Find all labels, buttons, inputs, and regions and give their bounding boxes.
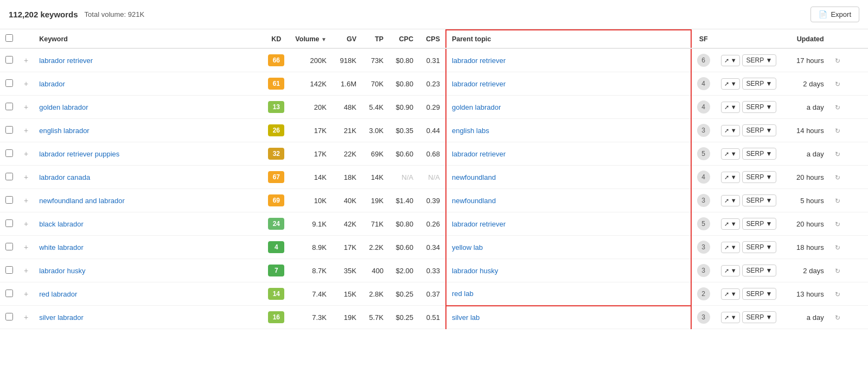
- refresh-icon[interactable]: ↻: [835, 221, 840, 228]
- row-checkbox[interactable]: [5, 79, 13, 87]
- add-keyword-icon[interactable]: +: [24, 103, 28, 111]
- serp-button[interactable]: SERP ▼: [742, 148, 777, 160]
- parent-topic-link[interactable]: yellow lab: [452, 243, 483, 251]
- trend-button[interactable]: ➚ ▼: [721, 312, 740, 323]
- keyword-link[interactable]: silver labrador: [39, 313, 84, 322]
- keyword-link[interactable]: red labrador: [39, 290, 77, 298]
- refresh-icon[interactable]: ↻: [835, 197, 840, 205]
- row-add-cell: +: [18, 48, 34, 72]
- add-keyword-icon[interactable]: +: [24, 56, 28, 65]
- refresh-icon[interactable]: ↻: [835, 150, 840, 158]
- refresh-icon[interactable]: ↻: [835, 174, 840, 181]
- serp-button[interactable]: SERP ▼: [742, 171, 777, 183]
- keyword-link[interactable]: english labrador: [39, 127, 90, 135]
- serp-button[interactable]: SERP ▼: [742, 311, 777, 323]
- refresh-icon[interactable]: ↻: [835, 267, 840, 275]
- parent-topic-link[interactable]: newfoundland: [452, 173, 496, 181]
- keyword-link[interactable]: white labrador: [39, 243, 84, 251]
- refresh-icon[interactable]: ↻: [835, 244, 840, 251]
- volume-cell: 200K: [290, 48, 332, 72]
- serp-button[interactable]: SERP ▼: [742, 124, 777, 136]
- row-checkbox[interactable]: [5, 313, 13, 320]
- parent-topic-link[interactable]: newfoundland: [452, 197, 496, 205]
- serp-button[interactable]: SERP ▼: [742, 241, 777, 253]
- serp-button[interactable]: SERP ▼: [742, 194, 777, 206]
- row-checkbox[interactable]: [5, 196, 13, 204]
- row-checkbox[interactable]: [5, 173, 13, 180]
- parent-topic-link[interactable]: red lab: [452, 290, 474, 298]
- trend-button[interactable]: ➚ ▼: [721, 218, 740, 230]
- cps-cell: 0.51: [419, 306, 446, 329]
- trend-button[interactable]: ➚ ▼: [721, 125, 740, 136]
- row-checkbox[interactable]: [5, 126, 13, 134]
- export-button[interactable]: 📄 Export: [810, 7, 859, 22]
- keyword-link[interactable]: labrador retriever puppies: [39, 150, 119, 158]
- keyword-link[interactable]: golden labrador: [39, 103, 88, 111]
- serp-button[interactable]: SERP ▼: [742, 265, 777, 276]
- parent-topic-link[interactable]: english labs: [452, 127, 489, 135]
- kd-cell: 14: [263, 282, 290, 306]
- gv-cell: 48K: [332, 96, 362, 119]
- parent-topic-cell: labrador retriever: [446, 212, 691, 236]
- keyword-link[interactable]: newfoundland and labrador: [39, 197, 125, 205]
- tp-cell: 5.7K: [362, 306, 389, 329]
- add-keyword-icon[interactable]: +: [24, 79, 28, 88]
- refresh-icon[interactable]: ↻: [835, 104, 840, 111]
- row-checkbox[interactable]: [5, 149, 13, 157]
- tp-cell: 19K: [362, 189, 389, 212]
- row-checkbox[interactable]: [5, 103, 13, 110]
- trend-button[interactable]: ➚ ▼: [721, 55, 740, 66]
- parent-topic-link[interactable]: labrador retriever: [452, 56, 506, 65]
- add-keyword-icon[interactable]: +: [24, 243, 28, 251]
- add-keyword-icon[interactable]: +: [24, 149, 28, 158]
- parent-topic-link[interactable]: silver lab: [452, 313, 480, 322]
- row-checkbox[interactable]: [5, 56, 13, 64]
- table-header-row: Keyword KD Volume ▼ GV TP CPC CPS Parent…: [0, 30, 868, 48]
- serp-button[interactable]: SERP ▼: [742, 54, 777, 66]
- add-keyword-icon[interactable]: +: [24, 266, 28, 275]
- row-checkbox[interactable]: [5, 243, 13, 250]
- tp-cell: 70K: [362, 72, 389, 96]
- serp-button[interactable]: SERP ▼: [742, 101, 777, 113]
- keyword-link[interactable]: black labrador: [39, 220, 84, 228]
- refresh-icon[interactable]: ↻: [835, 57, 840, 65]
- row-checkbox[interactable]: [5, 266, 13, 274]
- add-keyword-icon[interactable]: +: [24, 173, 28, 181]
- keyword-link[interactable]: labrador canada: [39, 173, 90, 181]
- keyword-cell: labrador husky: [34, 259, 263, 282]
- row-checkbox[interactable]: [5, 219, 13, 227]
- parent-topic-link[interactable]: labrador retriever: [452, 150, 506, 158]
- refresh-icon[interactable]: ↻: [835, 127, 840, 135]
- add-keyword-icon[interactable]: +: [24, 196, 28, 205]
- parent-topic-link[interactable]: labrador husky: [452, 267, 498, 275]
- parent-topic-link[interactable]: golden labrador: [452, 103, 501, 111]
- keyword-link[interactable]: labrador: [39, 80, 65, 88]
- trend-button[interactable]: ➚ ▼: [721, 195, 740, 206]
- add-keyword-icon[interactable]: +: [24, 219, 28, 228]
- add-keyword-icon[interactable]: +: [24, 290, 28, 298]
- add-keyword-icon[interactable]: +: [24, 313, 28, 322]
- select-all-checkbox[interactable]: [5, 34, 13, 42]
- serp-button[interactable]: SERP ▼: [742, 218, 777, 230]
- refresh-icon[interactable]: ↻: [835, 291, 840, 298]
- volume-col-header[interactable]: Volume ▼: [290, 30, 332, 48]
- trend-button[interactable]: ➚ ▼: [721, 288, 740, 300]
- trend-button[interactable]: ➚ ▼: [721, 265, 740, 276]
- actions-cell: ➚ ▼ SERP ▼: [716, 189, 786, 212]
- trend-button[interactable]: ➚ ▼: [721, 242, 740, 253]
- trend-button[interactable]: ➚ ▼: [721, 78, 740, 90]
- trend-button[interactable]: ➚ ▼: [721, 148, 740, 160]
- serp-button[interactable]: SERP ▼: [742, 288, 777, 300]
- serp-button[interactable]: SERP ▼: [742, 78, 777, 90]
- parent-topic-link[interactable]: labrador retriever: [452, 80, 506, 88]
- add-keyword-icon[interactable]: +: [24, 126, 28, 135]
- parent-topic-link[interactable]: labrador retriever: [452, 220, 506, 228]
- refresh-icon[interactable]: ↻: [835, 80, 840, 88]
- refresh-icon[interactable]: ↻: [835, 314, 840, 322]
- keyword-link[interactable]: labrador retriever: [39, 56, 93, 65]
- table-row: + silver labrador 16 7.3K 19K 5.7K $0.25…: [0, 306, 868, 329]
- keyword-link[interactable]: labrador husky: [39, 267, 85, 275]
- trend-button[interactable]: ➚ ▼: [721, 102, 740, 113]
- trend-button[interactable]: ➚ ▼: [721, 172, 740, 183]
- row-checkbox[interactable]: [5, 290, 13, 297]
